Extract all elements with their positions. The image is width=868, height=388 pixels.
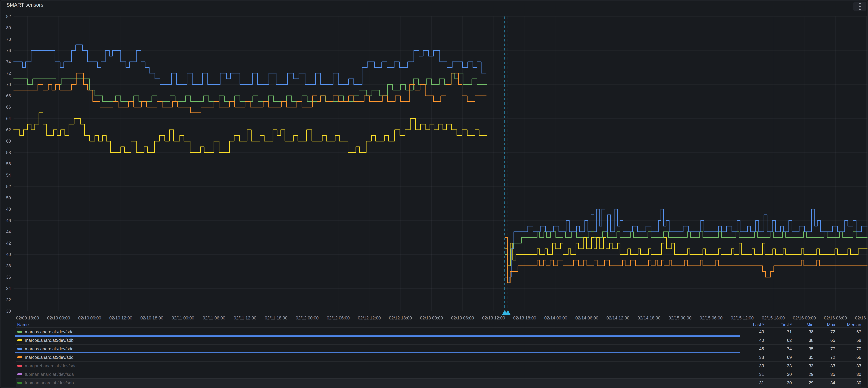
legend-last-value: 43 [733,329,764,334]
legend-max-value: 72 [813,329,835,334]
series-line [505,237,868,266]
legend-series-name: margaret.anarc.at:/dev/sda [25,363,77,368]
panel: SMART sensors 82807876747270686664626058… [0,0,868,388]
y-axis-tick-label: 56 [6,161,11,166]
legend-first-value: 71 [764,329,792,334]
series-color-swatch [17,365,22,367]
y-axis-tick-label: 60 [6,139,11,143]
y-axis-tick-label: 80 [6,25,11,30]
series-line [13,73,487,101]
panel-menu-button[interactable] [853,2,866,11]
legend-header-last[interactable]: Last * [733,322,764,327]
y-axis-tick-label: 44 [6,229,11,234]
y-axis-tick-label: 36 [6,275,11,280]
x-axis-tick-label: 02/14 18:00 [638,316,660,320]
x-axis-tick-label: 02/12 12:00 [358,316,381,320]
legend-header-min[interactable]: Min [792,322,813,327]
x-axis-tick-label: 02/13 18:00 [513,316,536,320]
x-axis-tick-label: 02/12 06:00 [327,316,350,320]
legend-row[interactable]: marcos.anarc.at:/dev/sdd 38 69 35 72 66 [16,353,861,361]
y-axis-tick-label: 54 [6,173,11,177]
legend-header-max[interactable]: Max [813,322,835,327]
legend-series-name: tubman.anarc.at:/dev/sdb [25,380,74,385]
y-axis-tick-label: 72 [6,71,11,76]
x-axis-tick-label: 02/11 18:00 [265,316,287,320]
legend-header: Name Last * First * Min Max Median [16,322,861,327]
legend-series-name: marcos.anarc.at:/dev/sdd [25,355,73,360]
y-axis-tick-label: 76 [6,48,11,53]
panel-title[interactable]: SMART sensors [6,2,43,8]
x-axis-tick-label: 02/15 06:00 [700,316,722,320]
x-axis-tick-label: 02/16 06:00 [824,316,847,320]
y-axis-tick-label: 34 [6,286,11,291]
legend-median-value: 66 [835,355,861,360]
series-line [505,237,868,283]
legend-first-value: 69 [764,355,792,360]
x-axis-tick-label: 02/10 12:00 [109,316,132,320]
x-axis-tick-label: 02/12 00:00 [296,316,318,320]
y-axis-tick-label: 78 [6,37,11,42]
x-axis-tick-label: 02/13 06:00 [451,316,474,320]
y-axis-tick-label: 48 [6,207,11,212]
legend-row[interactable]: tubman.anarc.at:/dev/sda 31 30 29 35 30 [16,370,861,379]
series-color-swatch [17,356,22,358]
legend-series-name: marcos.anarc.at:/dev/sda [25,329,73,334]
legend-header-name[interactable]: Name [16,322,733,327]
legend-last-value: 45 [733,346,764,351]
timeseries-chart[interactable]: 8280787674727068666462605856545250484644… [1,1,868,321]
x-axis-tick-label: 02/10 06:00 [78,316,101,320]
legend-row[interactable]: marcos.anarc.at:/dev/sdb 40 62 38 65 58 [16,336,861,345]
x-axis-tick-label: 02/12 18:00 [389,316,412,320]
legend-last-value: 38 [733,355,764,360]
x-axis-tick-label: 02/11 00:00 [172,316,194,320]
y-axis-tick-label: 66 [6,105,11,109]
x-axis-tick-label: 02/15 00:00 [669,316,691,320]
x-axis-tick-label: 02/11 06:00 [203,316,225,320]
legend-first-value: 30 [764,380,792,385]
legend-last-value: 31 [733,380,764,385]
y-axis-tick-label: 70 [6,82,11,87]
y-axis-tick-label: 68 [6,93,11,98]
series-line [505,209,868,283]
y-axis-tick-label: 40 [6,252,11,257]
legend-min-value: 35 [792,346,813,351]
legend-median-value: 33 [835,363,861,368]
legend-min-value: 35 [792,355,813,360]
x-axis-tick-label: 02/16 12:00 [855,316,868,320]
y-axis-tick-label: 62 [6,127,11,132]
legend-min-value: 29 [792,380,813,385]
legend-table: Name Last * First * Min Max Median marco… [1,322,867,387]
legend-first-value: 33 [764,363,792,368]
legend-header-median[interactable]: Median [835,322,861,327]
legend-first-value: 74 [764,346,792,351]
y-axis-tick-label: 38 [6,263,11,268]
legend-row[interactable]: margaret.anarc.at:/dev/sda 33 33 33 33 3… [16,361,861,370]
legend-median-value: 30 [835,372,861,377]
x-axis-tick-label: 02/11 12:00 [234,316,256,320]
series-color-swatch [17,382,22,384]
series-color-swatch [17,373,22,375]
legend-series-name: marcos.anarc.at:/dev/sdb [25,338,73,343]
legend-header-first[interactable]: First * [764,322,792,327]
series-color-swatch [17,339,22,341]
legend-max-value: 33 [813,363,835,368]
x-axis-tick-label: 02/10 00:00 [47,316,70,320]
legend-max-value: 72 [813,355,835,360]
legend-max-value: 77 [813,346,835,351]
legend-row[interactable]: marcos.anarc.at:/dev/sda 43 71 38 72 67 [16,327,861,336]
y-axis-tick-label: 42 [6,241,11,246]
y-axis-tick-label: 32 [6,297,11,302]
legend-first-value: 30 [764,372,792,377]
legend-min-value: 33 [792,363,813,368]
y-axis-tick-label: 52 [6,184,11,189]
legend-row[interactable]: tubman.anarc.at:/dev/sdb 31 30 29 34 30 [16,379,861,387]
y-axis-tick-label: 74 [6,59,11,64]
legend-last-value: 40 [733,338,764,343]
y-axis-tick-label: 50 [6,195,11,200]
x-axis-tick-label: 02/14 12:00 [607,316,629,320]
legend-row[interactable]: marcos.anarc.at:/dev/sdc 45 74 35 77 70 [16,345,861,353]
y-axis-tick-label: 64 [6,116,11,121]
legend-last-value: 31 [733,372,764,377]
y-axis-tick-label: 30 [6,309,11,314]
series-color-swatch [17,331,22,333]
